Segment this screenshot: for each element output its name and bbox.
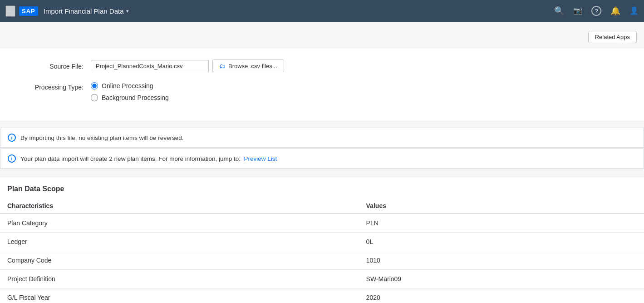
value-cell: 0L xyxy=(359,233,644,251)
info-banner-2-before: Your plan data import will create 2 new … xyxy=(20,155,241,162)
characteristics-column-header: Characteristics xyxy=(0,199,359,214)
value-cell: PLN xyxy=(359,214,644,233)
sap-logo: SAP xyxy=(19,6,38,16)
app-title-text: Import Financial Plan Data xyxy=(44,7,124,15)
processing-type-label: Processing Type: xyxy=(18,80,91,91)
processing-type-row: Processing Type: Online Processing Backg… xyxy=(18,80,626,101)
form-area: Source File: 🗂 Browse .csv files... Proc… xyxy=(0,49,644,120)
characteristic-cell: G/L Fiscal Year xyxy=(0,288,359,303)
characteristic-cell: Ledger xyxy=(0,233,359,251)
table-row: Ledger 0L xyxy=(0,233,644,251)
online-processing-label: Online Processing xyxy=(102,82,153,89)
info-banner-2: i Your plan data import will create 2 ne… xyxy=(0,149,644,169)
source-file-row: Source File: 🗂 Browse .csv files... xyxy=(18,60,626,72)
help-icon[interactable]: ? xyxy=(591,6,601,16)
table-row: Project Definition SW-Mario09 xyxy=(0,270,644,288)
table-header-row: Characteristics Values xyxy=(0,199,644,214)
camera-icon[interactable]: 📷 xyxy=(573,7,582,15)
browse-button-label: Browse .csv files... xyxy=(228,63,277,70)
title-chevron-icon[interactable]: ▾ xyxy=(126,8,129,14)
app-title: Import Financial Plan Data ▾ xyxy=(44,7,129,15)
info-banners: i By importing this file, no existing pl… xyxy=(0,128,644,169)
value-cell: 1010 xyxy=(359,251,644,270)
bell-icon[interactable]: 🔔 xyxy=(610,7,620,15)
info-icon-2: i xyxy=(8,154,16,163)
header-icons: 🔍 📷 ? 🔔 👤 xyxy=(554,6,639,16)
background-processing-label: Background Processing xyxy=(102,94,169,101)
source-file-label: Source File: xyxy=(18,60,91,70)
info-banner-1-text: By importing this file, no existing plan… xyxy=(20,134,183,141)
back-button[interactable]: ← xyxy=(5,5,15,17)
search-icon[interactable]: 🔍 xyxy=(554,7,564,15)
source-file-controls: 🗂 Browse .csv files... xyxy=(91,60,284,72)
processing-type-radio-group: Online Processing Background Processing xyxy=(91,80,169,101)
user-icon[interactable]: 👤 xyxy=(629,7,639,15)
sap-logo-text: SAP xyxy=(19,6,38,16)
info-banner-1: i By importing this file, no existing pl… xyxy=(0,128,644,148)
browse-icon: 🗂 xyxy=(219,62,226,70)
plan-data-table: Characteristics Values Plan Category PLN… xyxy=(0,199,644,303)
characteristic-cell: Project Definition xyxy=(0,270,359,288)
table-row: G/L Fiscal Year 2020 xyxy=(0,288,644,303)
source-file-input[interactable] xyxy=(91,60,209,72)
app-header: ← SAP Import Financial Plan Data ▾ 🔍 📷 ?… xyxy=(0,0,644,22)
related-apps-button[interactable]: Related Apps xyxy=(588,31,637,43)
values-column-header: Values xyxy=(359,199,644,214)
info-icon-1: i xyxy=(8,134,16,142)
value-cell: 2020 xyxy=(359,288,644,303)
main-content: Related Apps Source File: 🗂 Browse .csv … xyxy=(0,22,644,303)
preview-list-link[interactable]: Preview List xyxy=(244,155,277,162)
value-cell: SW-Mario09 xyxy=(359,270,644,288)
characteristic-cell: Plan Category xyxy=(0,214,359,233)
table-row: Plan Category PLN xyxy=(0,214,644,233)
online-processing-radio[interactable] xyxy=(91,82,98,89)
table-row: Company Code 1010 xyxy=(0,251,644,270)
characteristic-cell: Company Code xyxy=(0,251,359,270)
info-banner-2-text: Your plan data import will create 2 new … xyxy=(20,155,277,162)
plan-data-section: Plan Data Scope Characteristics Values P… xyxy=(0,178,644,303)
background-processing-option[interactable]: Background Processing xyxy=(91,94,169,101)
related-apps-bar: Related Apps xyxy=(0,29,644,49)
background-processing-radio[interactable] xyxy=(91,94,98,101)
browse-button[interactable]: 🗂 Browse .csv files... xyxy=(212,60,284,72)
plan-data-title: Plan Data Scope xyxy=(0,178,644,199)
online-processing-option[interactable]: Online Processing xyxy=(91,82,169,89)
